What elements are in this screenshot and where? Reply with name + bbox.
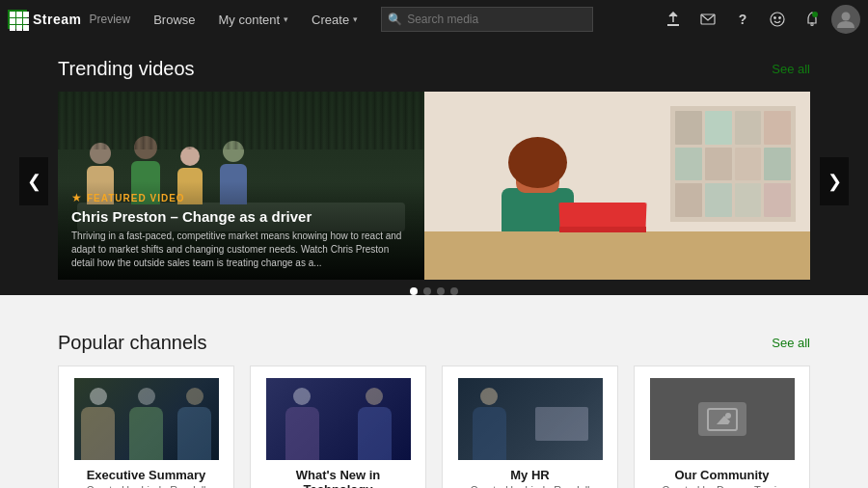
channel-thumb-executive-summary	[74, 378, 219, 460]
carousel-dot-2[interactable]	[423, 287, 431, 295]
main-content: Trending videos See all ❮	[0, 39, 868, 295]
channel-name-executive-summary: Executive Summary	[87, 468, 206, 482]
channel-card-community: Our Community Created by Dragan Tomic FO…	[634, 366, 810, 488]
star-icon: ★	[71, 191, 82, 204]
svg-point-7	[812, 12, 818, 17]
svg-point-5	[779, 17, 781, 19]
carousel-dot-4[interactable]	[450, 287, 458, 295]
emoji-button[interactable]	[762, 4, 793, 35]
featured-video-overlay: ★ FEATURED VIDEO Chris Preston – Change …	[58, 181, 424, 280]
secondary-video-card[interactable]	[424, 92, 810, 280]
chevron-right-icon: ❯	[827, 171, 842, 192]
channel-placeholder-icon	[698, 402, 746, 436]
channel-thumb-myhr	[458, 378, 603, 460]
search-container: 🔍	[381, 7, 646, 32]
navbar: Stream Preview Browse My content ▾ Creat…	[0, 0, 868, 39]
channel-name-myhr: My HR	[510, 468, 549, 482]
channel-card-myhr: My HR Created by Linda Randall FOLLOWING	[442, 366, 618, 488]
channels-section-header: Popular channels See all	[58, 332, 810, 354]
nav-my-content[interactable]: My content ▾	[207, 0, 301, 39]
trending-see-all[interactable]: See all	[772, 62, 810, 76]
featured-video-card[interactable]: ★ FEATURED VIDEO Chris Preston – Change …	[58, 92, 424, 280]
channel-thumb-community	[650, 378, 795, 460]
svg-point-11	[725, 413, 731, 419]
nav-browse[interactable]: Browse	[142, 0, 206, 39]
notifications-button[interactable]	[797, 4, 827, 35]
secondary-video-image	[424, 92, 810, 280]
channels-title: Popular channels	[58, 332, 207, 354]
svg-point-4	[774, 17, 776, 19]
thumb-people	[74, 397, 219, 460]
featured-badge: ★ FEATURED VIDEO	[71, 191, 411, 204]
channel-name-community: Our Community	[674, 468, 769, 482]
channels-grid: Executive Summary Created by Linda Randa…	[58, 366, 810, 488]
logo-grid	[8, 10, 27, 29]
app-name: Stream	[33, 12, 81, 27]
channel-creator-community: Created by Dragan Tomic	[662, 484, 782, 488]
carousel-next-button[interactable]: ❯	[820, 157, 849, 205]
carousel-dots	[58, 287, 810, 295]
thumb-people-tech	[266, 397, 411, 460]
featured-video-image: ★ FEATURED VIDEO Chris Preston – Change …	[58, 92, 424, 280]
channel-creator-executive-summary: Created by Linda Randall	[86, 484, 205, 488]
search-icon: 🔍	[388, 13, 402, 26]
channels-section: Popular channels See all	[0, 312, 868, 488]
channel-creator-myhr: Created by Linda Randall	[470, 484, 589, 488]
upload-button[interactable]	[658, 4, 689, 35]
trending-carousel: ❮	[58, 92, 810, 280]
search-input[interactable]	[381, 7, 593, 32]
carousel-dot-3[interactable]	[437, 287, 445, 295]
channel-card-executive-summary: Executive Summary Created by Linda Randa…	[58, 366, 234, 488]
chevron-down-icon: ▾	[284, 14, 288, 24]
svg-point-3	[771, 13, 784, 26]
app-logo[interactable]: Stream Preview	[8, 10, 130, 29]
app-preview-label: Preview	[89, 13, 130, 26]
carousel-dot-1[interactable]	[410, 287, 418, 295]
chevron-left-icon: ❮	[27, 171, 41, 192]
nav-create[interactable]: Create ▾	[300, 0, 369, 39]
channel-name-technology: What's New in Technology	[262, 468, 414, 488]
trending-section-header: Trending videos See all	[58, 58, 810, 80]
nav-action-icons: ?	[658, 4, 860, 35]
channels-see-all[interactable]: See all	[772, 336, 810, 350]
chevron-down-icon: ▾	[353, 14, 358, 24]
channel-card-technology: What's New in Technology Created by Dave…	[250, 366, 426, 488]
carousel-prev-button[interactable]: ❮	[19, 157, 48, 205]
nav-links: Browse My content ▾ Create ▾	[142, 0, 369, 39]
mail-button[interactable]	[692, 4, 723, 35]
featured-video-title: Chris Preston – Change as a driver	[71, 208, 411, 226]
svg-rect-1	[667, 24, 679, 26]
featured-label: FEATURED VIDEO	[87, 193, 185, 203]
channel-thumb-technology	[266, 378, 411, 460]
featured-video-desc: Thriving in a fast-paced, competitive ma…	[71, 230, 411, 270]
help-button[interactable]: ?	[727, 4, 758, 35]
svg-point-8	[842, 13, 851, 21]
thumb-people-hr	[458, 397, 603, 460]
avatar[interactable]	[831, 5, 860, 34]
trending-title: Trending videos	[58, 58, 195, 80]
